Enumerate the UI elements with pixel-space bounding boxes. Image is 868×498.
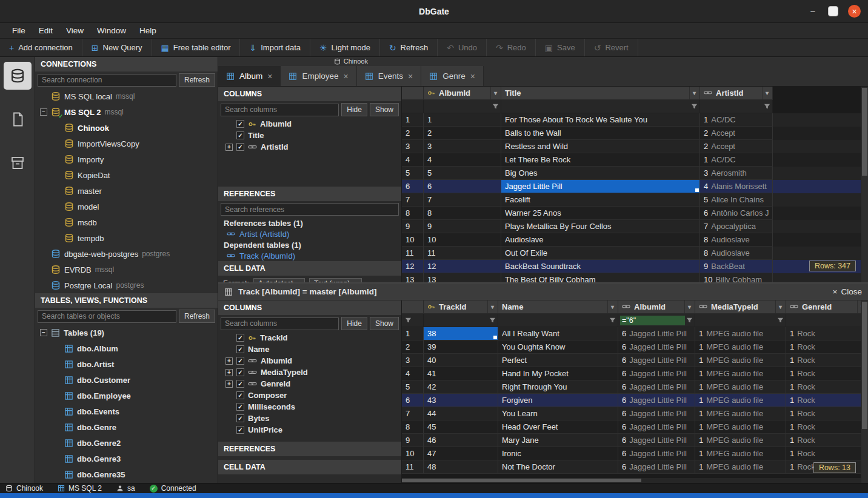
filter-input[interactable]: [697, 316, 776, 325]
column-item[interactable]: ✓ Composer: [218, 390, 401, 401]
table-row[interactable]: 6 43 Forgiven 6 Jagged Little Pill: [402, 394, 868, 407]
cell-trackid[interactable]: 46: [424, 434, 498, 447]
row-number[interactable]: 12: [402, 260, 424, 273]
tab[interactable]: Album ×: [218, 66, 281, 86]
funnel-icon[interactable]: [405, 317, 412, 324]
checkbox[interactable]: ✓: [236, 120, 244, 128]
files-panel-icon[interactable]: [4, 105, 32, 133]
cell-albumid[interactable]: 6 Jagged Little Pill: [618, 340, 695, 354]
table-row[interactable]: 8 8 Warner 25 Anos 6 Antônio Carlos J: [402, 207, 868, 220]
expander-icon[interactable]: +: [225, 380, 233, 388]
tab[interactable]: Events ×: [357, 66, 421, 86]
statusbar-connection[interactable]: MS SQL 2: [58, 484, 102, 493]
cell-mediatypeid[interactable]: 1 MPEG audio file: [695, 447, 786, 460]
scrollbar-thumb[interactable]: [402, 479, 641, 482]
table-row[interactable]: 9 46 Mary Jane 6 Jagged Little Pill: [402, 434, 868, 447]
table-row[interactable]: 3 40 Perfect 6 Jagged Little Pill: [402, 354, 868, 367]
table-item[interactable]: dbo.Employee: [35, 388, 218, 403]
column-header[interactable]: GenreId ▾: [786, 300, 868, 314]
cell-albumid[interactable]: 10: [424, 233, 501, 247]
menu-item[interactable]: Window: [91, 24, 132, 37]
row-number[interactable]: 11: [402, 247, 424, 260]
cell-name[interactable]: Forgiven: [498, 394, 618, 407]
column-header[interactable]: MediaTypeId ▾: [695, 300, 786, 314]
row-number[interactable]: 9: [402, 220, 424, 233]
connection-item[interactable]: model: [35, 199, 218, 214]
close-reference-button[interactable]: × Close: [833, 287, 862, 296]
cell-albumid[interactable]: 6 Jagged Little Pill: [618, 354, 695, 367]
cell-artistid[interactable]: 7 Apocalyptica: [700, 220, 773, 233]
cell-trackid[interactable]: 44: [424, 407, 498, 420]
funnel-icon[interactable]: [686, 317, 693, 324]
funnel-icon[interactable]: [489, 317, 496, 324]
table-item[interactable]: dbo.Genre3: [35, 451, 218, 466]
filter-input[interactable]: [500, 316, 608, 325]
table-row[interactable]: 6 6 Jagged Little Pill 4 Alanis Morisset…: [402, 180, 868, 193]
cell-albumid[interactable]: 4: [424, 153, 501, 167]
cell-albumid[interactable]: 11: [424, 247, 501, 260]
cell-albumid[interactable]: 9: [424, 220, 501, 233]
table-row[interactable]: 13 13 The Best Of Billy Cobham 10 Billy …: [402, 273, 868, 282]
column-item[interactable]: ✓ Bytes: [218, 413, 401, 424]
filter-input[interactable]: [788, 316, 868, 325]
connection-item[interactable]: MS SQL local mssql: [35, 88, 218, 104]
chevron-down-icon[interactable]: ▾: [689, 87, 696, 99]
row-number[interactable]: 5: [402, 380, 424, 394]
cell-artistid[interactable]: 1 AC/DC: [700, 153, 773, 167]
filter-input[interactable]: [426, 102, 491, 111]
checkbox[interactable]: ✓: [236, 391, 244, 399]
vertical-scrollbar[interactable]: [861, 300, 868, 483]
cell-artistid[interactable]: 4 Alanis Morissett: [700, 180, 773, 193]
table-row[interactable]: 11 48 Not The Doctor 6 Jagged Little Pil…: [402, 460, 868, 474]
funnel-icon[interactable]: [764, 103, 770, 110]
connection-item[interactable]: msdb: [35, 214, 218, 230]
checkbox[interactable]: ✓: [236, 334, 244, 342]
cell-title[interactable]: The Best Of Billy Cobham: [501, 273, 700, 282]
table-item[interactable]: dbo.Events: [35, 403, 218, 419]
column-item[interactable]: + ✓ GenreId: [218, 378, 401, 390]
cell-albumid[interactable]: 6 Jagged Little Pill: [618, 407, 695, 420]
cell-name[interactable]: You Oughta Know: [498, 340, 618, 354]
checkbox[interactable]: ✓: [236, 357, 244, 365]
column-item[interactable]: ✓ Title: [218, 130, 401, 141]
column-item[interactable]: ✓ Name: [218, 344, 401, 355]
row-number[interactable]: 7: [402, 193, 424, 207]
table-row[interactable]: 1 38 All I Really Want 6 Jagged Little P…: [402, 327, 868, 340]
cell-albumid[interactable]: 5: [424, 167, 501, 180]
toolbar-button[interactable]: ▦ Free table editor: [152, 39, 241, 56]
tables-group[interactable]: − Tables (19): [35, 325, 218, 340]
cell-artistid[interactable]: 6 Antônio Carlos J: [700, 207, 773, 220]
cell-title[interactable]: BackBeat Soundtrack: [501, 260, 700, 273]
expander-icon[interactable]: −: [40, 329, 47, 336]
table-row[interactable]: 2 2 Balls to the Wall 2 Accept: [402, 127, 868, 140]
close-icon[interactable]: ×: [408, 71, 413, 81]
hide-button[interactable]: Hide: [341, 317, 367, 330]
cell-artistid[interactable]: 2 Accept: [700, 127, 773, 140]
connection-item[interactable]: Postgre Local postgres: [35, 277, 218, 293]
toolbar-button[interactable]: ⇓ Import data: [240, 39, 310, 56]
cell-genreid[interactable]: 1 Rock: [786, 340, 868, 354]
row-number[interactable]: 6: [402, 180, 424, 193]
chevron-down-icon[interactable]: ▾: [487, 300, 494, 313]
minimize-button[interactable]: −: [807, 6, 818, 16]
cell-mediatypeid[interactable]: 1 MPEG audio file: [695, 394, 786, 407]
search-columns-input[interactable]: [221, 317, 339, 330]
chevron-down-icon[interactable]: ▾: [775, 300, 782, 313]
checkbox[interactable]: ✓: [236, 426, 244, 434]
table-row[interactable]: 10 10 Audioslave 8 Audioslave: [402, 233, 868, 247]
connection-item[interactable]: Importy: [35, 151, 218, 167]
cell-albumid[interactable]: 6 Jagged Little Pill: [618, 447, 695, 460]
funnel-icon[interactable]: [777, 317, 784, 324]
row-number[interactable]: 2: [402, 127, 424, 140]
cell-genreid[interactable]: 1 Rock: [786, 380, 868, 394]
fill-handle[interactable]: [493, 336, 497, 339]
cell-albumid[interactable]: 6 Jagged Little Pill: [618, 380, 695, 394]
chevron-down-icon[interactable]: ▾: [607, 300, 614, 313]
cell-name[interactable]: Perfect: [498, 354, 618, 367]
filter-input[interactable]: [426, 316, 488, 325]
archive-panel-icon[interactable]: [4, 149, 32, 177]
cell-albumid[interactable]: 12: [424, 260, 501, 273]
menu-item[interactable]: Help: [133, 24, 162, 37]
toolbar-button[interactable]: ⊞ New Query: [82, 39, 152, 56]
cell-artistid[interactable]: 5 Alice In Chains: [700, 193, 773, 207]
